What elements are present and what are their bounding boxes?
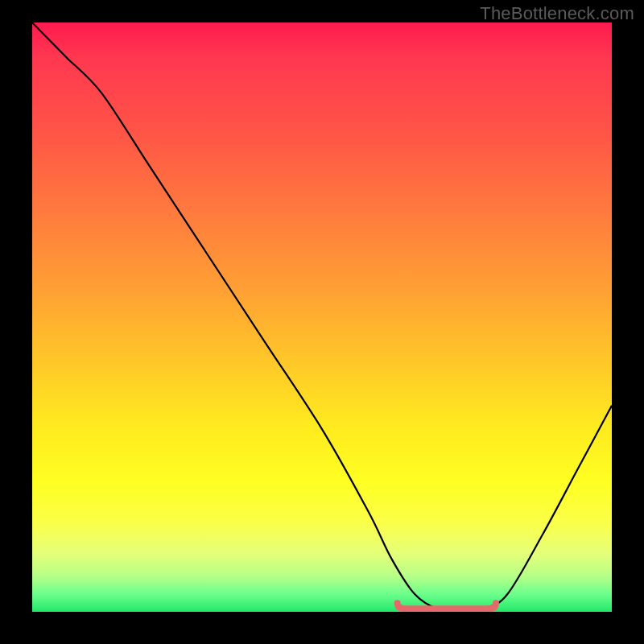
- chart-frame: TheBottleneck.com: [0, 0, 644, 644]
- watermark-text: TheBottleneck.com: [480, 3, 634, 24]
- plot-area: [32, 23, 612, 612]
- optimal-range-marker: [32, 23, 612, 612]
